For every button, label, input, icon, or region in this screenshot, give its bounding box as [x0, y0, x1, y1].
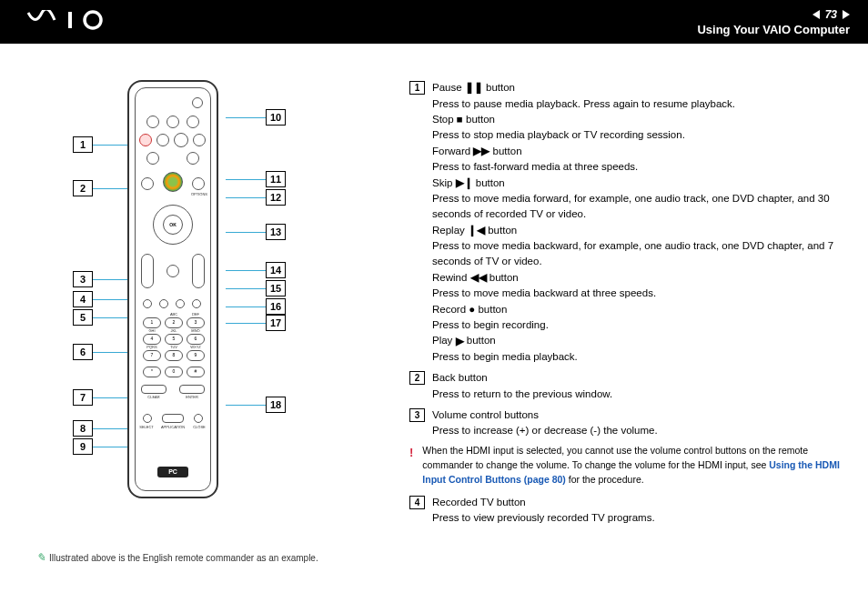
color-btn-2-icon	[159, 299, 168, 308]
keypad-label: JKL	[165, 328, 183, 333]
page-number: 73	[825, 8, 837, 21]
channel-rocker-icon	[192, 254, 205, 288]
ok-button: OK	[163, 215, 183, 235]
desc-item: 3Volume control buttons Press to increas…	[409, 407, 841, 439]
desc-body: Back button Press to return to the previ…	[432, 370, 841, 402]
callout-11: 11	[226, 171, 286, 187]
desc-item: 2Back button Press to return to the prev…	[409, 370, 841, 402]
enter-button-icon	[179, 385, 205, 394]
color-btn-3-icon	[176, 299, 185, 308]
replay-button-icon	[146, 152, 159, 165]
volume-rocker-icon	[141, 254, 154, 288]
vaio-logo	[27, 8, 109, 36]
forward-button-icon	[187, 116, 199, 128]
remote-body: OPTIONS OK 12ABC3DEF4GHI5JKL6MNO7PQ	[127, 80, 218, 498]
desc-line: Press to begin recording.	[432, 317, 841, 333]
desc-line: Press to pause media playback. Press aga…	[432, 96, 841, 112]
callout-15: 15	[226, 280, 286, 296]
options-label: OPTIONS	[190, 192, 208, 196]
stop-button-icon	[146, 116, 159, 128]
callout-18: 18	[226, 397, 286, 413]
desc-body-4: Recorded TV button Press to view previou…	[432, 495, 841, 527]
keypad-6: 6	[187, 334, 205, 345]
skip-button-icon	[193, 134, 206, 146]
callout-10: 10	[226, 109, 286, 126]
keypad-label: ABC	[165, 312, 183, 317]
keypad-4: 4	[143, 334, 161, 345]
vaio-logo-svg	[27, 10, 109, 30]
power-button-icon	[192, 97, 203, 108]
keypad-label: DEF	[187, 312, 205, 317]
callout-14: 14	[226, 262, 286, 278]
next-page-icon[interactable]	[843, 10, 850, 19]
keypad-label: PQRS	[143, 345, 161, 349]
callout-4: 4	[73, 291, 129, 307]
pencil-icon: ✎	[36, 551, 45, 564]
remote-inner: OPTIONS OK 12ABC3DEF4GHI5JKL6MNO7PQ	[135, 87, 211, 491]
right-column: 1Pause ❚❚ buttonPress to pause media pla…	[409, 80, 841, 564]
desc-line: Press to move media backward, for exampl…	[432, 238, 841, 270]
keypad-2: 2	[165, 317, 183, 328]
pause-button-icon	[167, 116, 179, 128]
prev-page-icon[interactable]	[812, 10, 820, 19]
page-nav: 73	[812, 8, 850, 21]
desc-line: Skip ▶❙ button	[432, 176, 841, 192]
rewind-button-icon	[156, 134, 169, 146]
header-right: 73 Using Your VAIO Computer	[697, 8, 850, 36]
symbol-icon: ◀◀	[470, 270, 487, 286]
desc-line: Play ▶ button	[432, 333, 841, 349]
warning-icon: !	[409, 444, 413, 487]
keypad-label: WXYZ	[187, 345, 205, 349]
desc-item-4: 4 Recorded TV button Press to view previ…	[409, 495, 841, 527]
keypad-label: TUV	[165, 345, 183, 349]
windows-button-icon	[163, 172, 183, 192]
close-label: CLOSE	[190, 425, 208, 429]
callout-6: 6	[73, 344, 129, 360]
desc-line: Press to move media forward, for example…	[432, 191, 841, 223]
desc-line: Stop ■ button	[432, 112, 841, 128]
desc-line: Press to begin media playback.	[432, 349, 841, 365]
application-label: APPLICATION	[157, 425, 188, 429]
desc-line: Press to return to the previous window.	[432, 387, 841, 402]
desc-num-4: 4	[409, 496, 425, 509]
desc-line: Pause ❚❚ button	[432, 80, 841, 96]
ff-button-icon	[187, 152, 199, 165]
illustration-note: ✎Illustrated above is the English remote…	[36, 551, 382, 564]
warning-block: ! When the HDMI input is selected, you c…	[409, 444, 841, 487]
callout-13: 13	[226, 224, 286, 240]
desc-body: Volume control buttons Press to increase…	[432, 407, 841, 439]
callout-3: 3	[73, 271, 129, 287]
remote-diagram: 1 2 3 4 5 6 7 8 9 10 11 12 13 14 15 16 1…	[36, 80, 382, 544]
callout-8: 8	[73, 420, 129, 437]
descriptions-list: 1Pause ❚❚ buttonPress to pause media pla…	[409, 80, 841, 438]
color-btn-1-icon	[143, 299, 152, 308]
callout-16: 16	[226, 298, 286, 315]
keypad-label: GHI	[143, 328, 161, 333]
keypad-5: 5	[165, 334, 183, 345]
desc4-title: Recorded TV button	[432, 495, 841, 510]
back-button-icon	[141, 177, 154, 190]
dpad-icon: OK	[153, 205, 193, 245]
keypad-1: 1	[143, 317, 161, 328]
desc-line: Rewind ◀◀ button	[432, 270, 841, 286]
color-btn-4-icon	[192, 299, 201, 308]
callout-2: 2	[73, 180, 129, 196]
keypad-9: 9	[187, 350, 205, 361]
desc-body: Pause ❚❚ buttonPress to pause media play…	[432, 80, 841, 365]
symbol-icon: ●	[469, 302, 475, 317]
clear-label: CLEAR	[141, 395, 167, 399]
desc-num: 2	[409, 371, 425, 385]
desc-line: Press to fast-forward media at three spe…	[432, 159, 841, 175]
symbol-icon: ▶▶	[473, 144, 490, 159]
desc-line: Back button	[432, 370, 841, 386]
symbol-icon: ■	[457, 112, 463, 127]
desc-line: Press to move media backward at three sp…	[432, 286, 841, 301]
pc-badge: PC	[157, 467, 188, 477]
keypad-8: 8	[165, 350, 183, 361]
application-button-icon	[162, 414, 184, 423]
note-text: Illustrated above is the English remote …	[49, 553, 318, 563]
symbol-icon: ▶❙	[456, 176, 473, 191]
play-button-icon	[174, 133, 188, 147]
mute-button-icon	[167, 265, 179, 277]
clear-button-icon	[141, 385, 167, 394]
